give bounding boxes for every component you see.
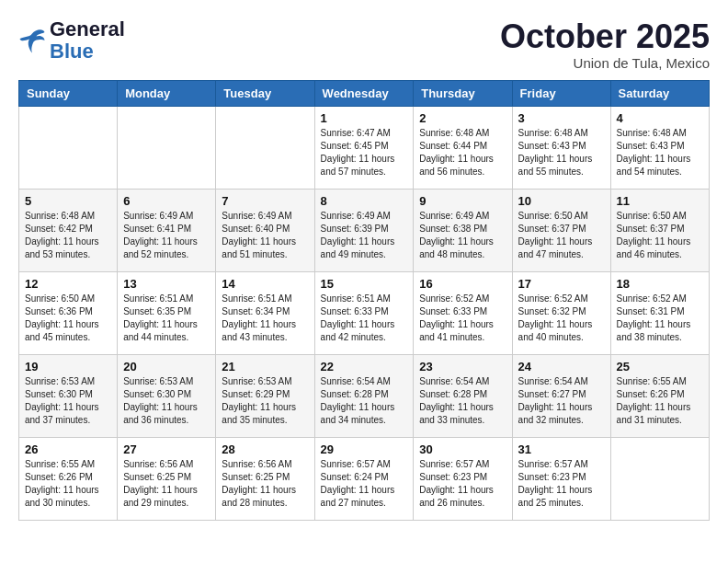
title-block: October 2025 Union de Tula, Mexico [500, 18, 710, 71]
day-number: 28 [222, 442, 308, 456]
day-info: Sunrise: 6:51 AM Sunset: 6:33 PM Dayligh… [321, 293, 408, 344]
day-info: Sunrise: 6:50 AM Sunset: 6:37 PM Dayligh… [518, 210, 605, 261]
calendar-cell [118, 106, 216, 189]
day-info: Sunrise: 6:49 AM Sunset: 6:41 PM Dayligh… [123, 210, 210, 261]
day-info: Sunrise: 6:56 AM Sunset: 6:25 PM Dayligh… [222, 458, 308, 510]
calendar-header: SundayMondayTuesdayWednesdayThursdayFrid… [19, 80, 710, 106]
logo-blue: Blue [50, 40, 125, 63]
calendar-cell: 12Sunrise: 6:50 AM Sunset: 6:36 PM Dayli… [19, 271, 118, 354]
day-number: 8 [321, 194, 408, 208]
calendar-cell [610, 437, 709, 520]
calendar-cell: 22Sunrise: 6:54 AM Sunset: 6:28 PM Dayli… [314, 354, 414, 437]
day-info: Sunrise: 6:49 AM Sunset: 6:38 PM Dayligh… [419, 210, 506, 261]
logo-general: General [50, 18, 125, 40]
calendar-cell [216, 106, 314, 189]
calendar-cell: 15Sunrise: 6:51 AM Sunset: 6:33 PM Dayli… [314, 271, 414, 354]
day-number: 30 [419, 442, 506, 456]
calendar-table: SundayMondayTuesdayWednesdayThursdayFrid… [18, 80, 710, 521]
day-info: Sunrise: 6:55 AM Sunset: 6:26 PM Dayligh… [617, 375, 703, 427]
calendar-cell: 30Sunrise: 6:57 AM Sunset: 6:23 PM Dayli… [414, 437, 512, 520]
calendar-cell: 20Sunrise: 6:53 AM Sunset: 6:30 PM Dayli… [118, 354, 216, 437]
day-number: 10 [518, 194, 605, 208]
day-number: 21 [222, 360, 308, 373]
page-header: General Blue October 2025 Union de Tula,… [18, 18, 710, 71]
weekday-header: Monday [118, 80, 216, 106]
calendar-cell: 25Sunrise: 6:55 AM Sunset: 6:26 PM Dayli… [610, 354, 709, 437]
day-number: 11 [617, 194, 703, 208]
day-info: Sunrise: 6:49 AM Sunset: 6:39 PM Dayligh… [321, 210, 408, 261]
day-number: 22 [321, 360, 408, 373]
day-number: 5 [25, 194, 111, 208]
weekday-header: Sunday [19, 80, 118, 106]
calendar-cell: 28Sunrise: 6:56 AM Sunset: 6:25 PM Dayli… [216, 437, 314, 520]
day-info: Sunrise: 6:49 AM Sunset: 6:40 PM Dayligh… [222, 210, 308, 261]
day-info: Sunrise: 6:51 AM Sunset: 6:34 PM Dayligh… [222, 293, 308, 344]
day-info: Sunrise: 6:56 AM Sunset: 6:25 PM Dayligh… [123, 458, 210, 510]
day-info: Sunrise: 6:48 AM Sunset: 6:42 PM Dayligh… [25, 210, 111, 261]
calendar-cell: 31Sunrise: 6:57 AM Sunset: 6:23 PM Dayli… [512, 437, 610, 520]
day-number: 16 [419, 277, 506, 291]
calendar-week-row: 26Sunrise: 6:55 AM Sunset: 6:26 PM Dayli… [19, 437, 710, 520]
day-number: 20 [123, 360, 210, 373]
weekday-header: Thursday [414, 80, 512, 106]
day-info: Sunrise: 6:48 AM Sunset: 6:43 PM Dayligh… [518, 127, 605, 178]
day-info: Sunrise: 6:52 AM Sunset: 6:33 PM Dayligh… [419, 293, 506, 344]
day-number: 4 [617, 111, 703, 125]
weekday-header: Tuesday [216, 80, 314, 106]
logo: General Blue [18, 18, 125, 63]
day-number: 9 [419, 194, 506, 208]
calendar-cell: 5Sunrise: 6:48 AM Sunset: 6:42 PM Daylig… [19, 189, 118, 271]
calendar-cell: 2Sunrise: 6:48 AM Sunset: 6:44 PM Daylig… [414, 106, 512, 189]
day-number: 13 [123, 277, 210, 291]
day-info: Sunrise: 6:47 AM Sunset: 6:45 PM Dayligh… [321, 127, 408, 178]
calendar-cell: 29Sunrise: 6:57 AM Sunset: 6:24 PM Dayli… [314, 437, 414, 520]
calendar-cell: 7Sunrise: 6:49 AM Sunset: 6:40 PM Daylig… [216, 189, 314, 271]
day-info: Sunrise: 6:55 AM Sunset: 6:26 PM Dayligh… [25, 458, 111, 510]
weekday-header: Saturday [610, 80, 709, 106]
day-number: 27 [123, 442, 210, 456]
day-number: 17 [518, 277, 605, 291]
day-info: Sunrise: 6:52 AM Sunset: 6:32 PM Dayligh… [518, 293, 605, 344]
calendar-cell: 21Sunrise: 6:53 AM Sunset: 6:29 PM Dayli… [216, 354, 314, 437]
day-number: 1 [321, 111, 408, 125]
weekday-header: Wednesday [314, 80, 414, 106]
calendar-cell: 1Sunrise: 6:47 AM Sunset: 6:45 PM Daylig… [314, 106, 414, 189]
calendar-cell: 23Sunrise: 6:54 AM Sunset: 6:28 PM Dayli… [414, 354, 512, 437]
day-info: Sunrise: 6:52 AM Sunset: 6:31 PM Dayligh… [617, 293, 703, 344]
calendar-cell [19, 106, 118, 189]
location-subtitle: Union de Tula, Mexico [500, 55, 710, 71]
calendar-cell: 24Sunrise: 6:54 AM Sunset: 6:27 PM Dayli… [512, 354, 610, 437]
calendar-cell: 14Sunrise: 6:51 AM Sunset: 6:34 PM Dayli… [216, 271, 314, 354]
day-number: 2 [419, 111, 506, 125]
day-info: Sunrise: 6:57 AM Sunset: 6:23 PM Dayligh… [518, 458, 605, 510]
calendar-body: 1Sunrise: 6:47 AM Sunset: 6:45 PM Daylig… [19, 106, 710, 520]
day-number: 19 [25, 360, 111, 373]
day-info: Sunrise: 6:54 AM Sunset: 6:27 PM Dayligh… [518, 375, 605, 427]
calendar-cell: 17Sunrise: 6:52 AM Sunset: 6:32 PM Dayli… [512, 271, 610, 354]
day-info: Sunrise: 6:48 AM Sunset: 6:44 PM Dayligh… [419, 127, 506, 178]
day-info: Sunrise: 6:50 AM Sunset: 6:36 PM Dayligh… [25, 293, 111, 344]
day-info: Sunrise: 6:51 AM Sunset: 6:35 PM Dayligh… [123, 293, 210, 344]
day-info: Sunrise: 6:53 AM Sunset: 6:30 PM Dayligh… [123, 375, 210, 427]
calendar-week-row: 12Sunrise: 6:50 AM Sunset: 6:36 PM Dayli… [19, 271, 710, 354]
day-info: Sunrise: 6:57 AM Sunset: 6:23 PM Dayligh… [419, 458, 506, 510]
calendar-cell: 4Sunrise: 6:48 AM Sunset: 6:43 PM Daylig… [610, 106, 709, 189]
weekday-header: Friday [512, 80, 610, 106]
day-number: 23 [419, 360, 506, 373]
day-number: 18 [617, 277, 703, 291]
day-info: Sunrise: 6:53 AM Sunset: 6:30 PM Dayligh… [25, 375, 111, 427]
day-info: Sunrise: 6:53 AM Sunset: 6:29 PM Dayligh… [222, 375, 308, 427]
day-info: Sunrise: 6:54 AM Sunset: 6:28 PM Dayligh… [419, 375, 506, 427]
day-number: 26 [25, 442, 111, 456]
day-number: 3 [518, 111, 605, 125]
calendar-week-row: 19Sunrise: 6:53 AM Sunset: 6:30 PM Dayli… [19, 354, 710, 437]
calendar-cell: 26Sunrise: 6:55 AM Sunset: 6:26 PM Dayli… [19, 437, 118, 520]
calendar-cell: 6Sunrise: 6:49 AM Sunset: 6:41 PM Daylig… [118, 189, 216, 271]
day-info: Sunrise: 6:48 AM Sunset: 6:43 PM Dayligh… [617, 127, 703, 178]
logo-bird-icon [18, 28, 46, 53]
calendar-cell: 13Sunrise: 6:51 AM Sunset: 6:35 PM Dayli… [118, 271, 216, 354]
day-number: 14 [222, 277, 308, 291]
day-info: Sunrise: 6:54 AM Sunset: 6:28 PM Dayligh… [321, 375, 408, 427]
day-number: 24 [518, 360, 605, 373]
weekday-header-row: SundayMondayTuesdayWednesdayThursdayFrid… [19, 80, 710, 106]
